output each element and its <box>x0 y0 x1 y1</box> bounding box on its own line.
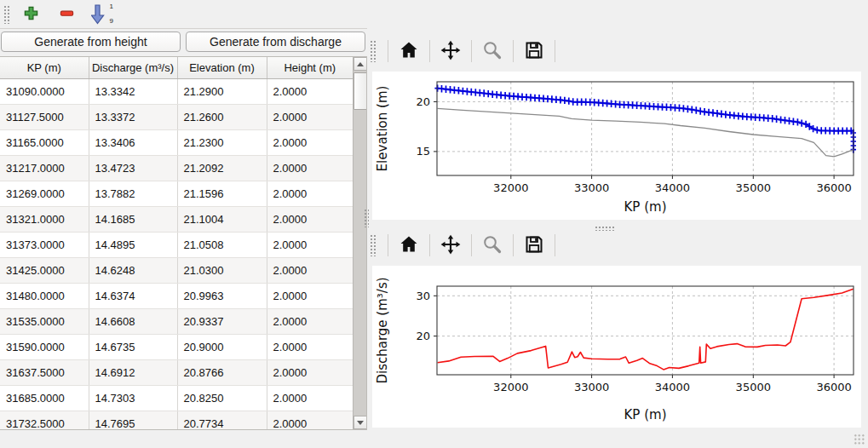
table-cell[interactable]: 31480.0000 <box>0 283 89 308</box>
table-cell[interactable]: 21.1004 <box>177 206 267 232</box>
table-cell[interactable]: 2.0000 <box>267 283 353 308</box>
table-header-row[interactable]: KP (m)Discharge (m³/s)Elevation (m)Heigh… <box>0 57 353 78</box>
add-row-button[interactable] <box>19 3 43 26</box>
table-cell[interactable]: 2.0000 <box>267 308 353 334</box>
table-row[interactable]: 31425.000014.624821.03002.0000 <box>0 257 353 283</box>
table-scrollbar[interactable] <box>353 57 366 429</box>
table-cell[interactable]: 14.6912 <box>89 359 177 385</box>
table-row[interactable]: 31217.000013.472321.20922.0000 <box>0 155 353 181</box>
table-cell[interactable]: 14.7695 <box>89 411 177 430</box>
chart-splitter-handle[interactable] <box>595 226 615 231</box>
table-cell[interactable]: 20.8250 <box>177 385 267 411</box>
table-row[interactable]: 31732.500014.769520.77342.0000 <box>0 411 353 430</box>
table-cell[interactable]: 20.9000 <box>177 334 267 359</box>
table-cell[interactable]: 14.6374 <box>89 283 177 308</box>
pan-button[interactable] <box>437 233 464 258</box>
table-cell[interactable]: 31127.5000 <box>0 104 89 129</box>
table-cell[interactable]: 21.2600 <box>177 104 267 129</box>
table-row[interactable]: 31321.000014.168521.10042.0000 <box>0 206 353 232</box>
table-cell[interactable]: 2.0000 <box>267 155 353 181</box>
pan-button[interactable] <box>437 38 464 64</box>
chart-canvas[interactable]: 32000330003400035000360002030KP (m)Disch… <box>372 266 861 428</box>
table-row[interactable]: 31590.000014.673520.90002.0000 <box>0 334 353 359</box>
table-cell[interactable]: 13.4723 <box>89 155 177 181</box>
scroll-down-button[interactable] <box>354 416 367 429</box>
table-cell[interactable]: 20.9963 <box>177 283 267 308</box>
table-cell[interactable]: 2.0000 <box>267 232 353 257</box>
table-cell[interactable]: 14.1685 <box>89 206 177 232</box>
table-row[interactable]: 31535.000014.660820.93372.0000 <box>0 308 353 334</box>
table-cell[interactable]: 31373.0000 <box>0 232 89 257</box>
table-cell[interactable]: 31685.0000 <box>0 385 89 411</box>
table-cell[interactable]: 31637.5000 <box>0 359 89 385</box>
table-cell[interactable]: 21.2300 <box>177 129 267 155</box>
table-cell[interactable]: 14.6608 <box>89 308 177 334</box>
table-cell[interactable]: 2.0000 <box>267 411 353 430</box>
table-cell[interactable]: 14.4895 <box>89 232 177 257</box>
elevation-chart[interactable]: 32000330003400035000360001520KP (m)Eleva… <box>372 72 861 220</box>
table-cell[interactable]: 2.0000 <box>267 129 353 155</box>
table-row[interactable]: 31637.500014.691220.87662.0000 <box>0 359 353 385</box>
table-cell[interactable]: 13.7882 <box>89 181 177 206</box>
table-cell[interactable]: 31090.0000 <box>0 78 89 104</box>
home-button[interactable] <box>395 233 423 258</box>
table-cell[interactable]: 21.1596 <box>177 181 267 206</box>
table-cell[interactable]: 31535.0000 <box>0 308 89 334</box>
scrollbar-thumb[interactable] <box>354 72 367 110</box>
table-cell[interactable]: 2.0000 <box>267 78 353 104</box>
discharge-chart[interactable]: 32000330003400035000360002030KP (m)Disch… <box>372 266 861 428</box>
save-button[interactable] <box>520 233 548 258</box>
table-cell[interactable]: 20.9337 <box>177 308 267 334</box>
table-cell[interactable]: 21.2900 <box>177 78 267 104</box>
table-cell[interactable]: 2.0000 <box>267 385 353 411</box>
table-row[interactable]: 31685.000014.730320.82502.0000 <box>0 385 353 411</box>
column-header[interactable]: Elevation (m) <box>177 57 267 78</box>
table-cell[interactable]: 2.0000 <box>267 206 353 232</box>
toolbar-drag-handle[interactable] <box>3 5 10 24</box>
table-cell[interactable]: 21.2092 <box>177 155 267 181</box>
table-row[interactable]: 31165.000013.340621.23002.0000 <box>0 129 353 155</box>
table-cell[interactable]: 2.0000 <box>267 257 353 283</box>
table-cell[interactable]: 31321.0000 <box>0 206 89 232</box>
table-cell[interactable]: 13.3372 <box>89 104 177 129</box>
toolbar-drag-handle[interactable] <box>370 234 376 256</box>
table-cell[interactable]: 31165.0000 <box>0 129 89 155</box>
table-cell[interactable]: 2.0000 <box>267 104 353 129</box>
sort-rows-button[interactable]: 1 9 <box>90 3 114 26</box>
zoom-button[interactable] <box>479 38 506 64</box>
toolbar-drag-handle[interactable] <box>370 40 376 62</box>
table-cell[interactable]: 2.0000 <box>267 359 353 385</box>
table-cell[interactable]: 31269.0000 <box>0 181 89 206</box>
table-cell[interactable]: 31425.0000 <box>0 257 89 283</box>
chart-canvas[interactable]: 32000330003400035000360001520KP (m)Eleva… <box>372 72 861 220</box>
table-row[interactable]: 31373.000014.489521.05082.0000 <box>0 232 353 257</box>
table-cell[interactable]: 2.0000 <box>267 334 353 359</box>
save-button[interactable] <box>520 38 548 64</box>
home-button[interactable] <box>395 38 423 64</box>
remove-row-button[interactable] <box>55 3 78 26</box>
scroll-up-button[interactable] <box>354 57 367 71</box>
table-cell[interactable]: 21.0300 <box>177 257 267 283</box>
table-row[interactable]: 31269.000013.788221.15962.0000 <box>0 181 353 206</box>
zoom-button[interactable] <box>479 233 506 258</box>
table-row[interactable]: 31127.500013.337221.26002.0000 <box>0 104 353 129</box>
column-header[interactable]: KP (m) <box>0 57 89 78</box>
generate-from-height-button[interactable]: Generate from height <box>1 32 181 52</box>
column-header[interactable]: Height (m) <box>267 57 353 78</box>
table-cell[interactable]: 31217.0000 <box>0 155 89 181</box>
table-cell[interactable]: 14.7303 <box>89 385 177 411</box>
table-row[interactable]: 31090.000013.334221.29002.0000 <box>0 78 353 104</box>
table-cell[interactable]: 13.3342 <box>89 78 177 104</box>
table-cell[interactable]: 2.0000 <box>267 181 353 206</box>
table-cell[interactable]: 31732.5000 <box>0 411 89 430</box>
table-row[interactable]: 31480.000014.637420.99632.0000 <box>0 283 353 308</box>
table-cell[interactable]: 13.3406 <box>89 129 177 155</box>
generate-from-discharge-button[interactable]: Generate from discharge <box>186 32 365 52</box>
table-cell[interactable]: 20.7734 <box>177 411 267 430</box>
column-header[interactable]: Discharge (m³/s) <box>89 57 177 78</box>
table-cell[interactable]: 20.8766 <box>177 359 267 385</box>
table-cell[interactable]: 31590.0000 <box>0 334 89 359</box>
window-resize-grip[interactable] <box>854 434 865 445</box>
table-cell[interactable]: 14.6735 <box>89 334 177 359</box>
table-cell[interactable]: 21.0508 <box>177 232 267 257</box>
